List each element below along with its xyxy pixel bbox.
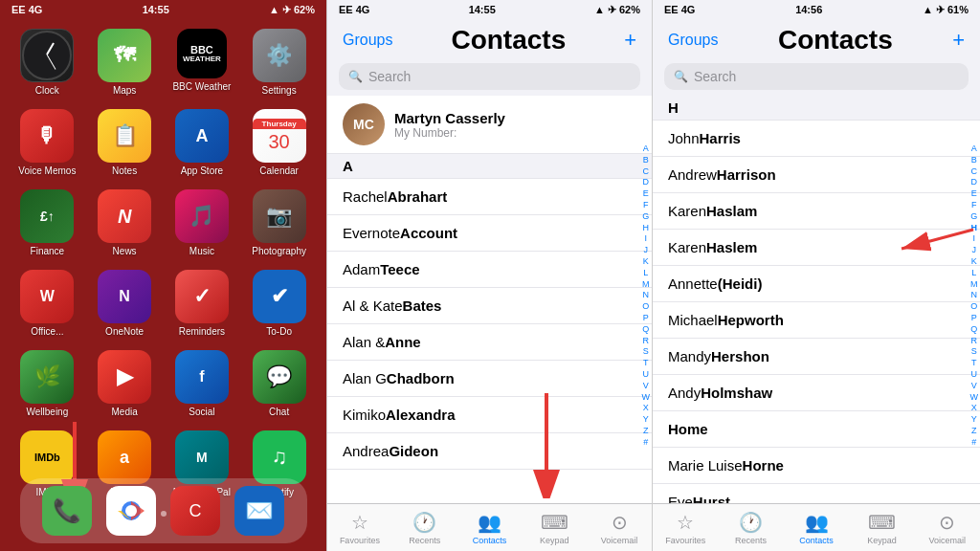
app-office[interactable]: W Office... <box>15 270 79 337</box>
dock-phone[interactable]: 📞 <box>42 486 92 536</box>
finance-icon: £↑ <box>20 189 74 243</box>
app-clock[interactable]: Clock <box>15 29 79 96</box>
tab-favourites-3[interactable]: ☆ Favourites <box>653 511 718 545</box>
app-todo[interactable]: ✔ To-Do <box>247 270 311 337</box>
media-icon: ▶ <box>98 350 151 404</box>
keypad-icon: ⌨ <box>541 511 568 534</box>
contact-chadborn[interactable]: Alan G Chadborn <box>327 361 652 397</box>
search-bar-search[interactable]: 🔍 Search <box>664 63 969 90</box>
app-reminders[interactable]: ✓ Reminders <box>170 270 234 337</box>
app-calendar[interactable]: Thursday 30 Calendar <box>247 109 311 176</box>
tab-favourites-label: Favourites <box>340 536 380 545</box>
photo-icon: 📷 <box>253 189 306 243</box>
tab-contacts-label: Contacts <box>473 536 507 545</box>
contact-hepworth[interactable]: Michael Hepworth <box>653 302 980 339</box>
my-number-row[interactable]: MC Martyn Casserly My Number: <box>327 96 652 154</box>
news-icon: N <box>98 189 151 243</box>
index-bar-contacts[interactable]: A B C D E F G H I J K L M N O P Q R S T <box>642 143 651 448</box>
status-bar-search: EE 4G 14:56 ▲ ✈ 61% <box>653 0 980 19</box>
app-reminders-label: Reminders <box>179 326 225 337</box>
add-contact-button[interactable]: + <box>624 28 636 53</box>
star-icon-3: ☆ <box>677 511 694 534</box>
time-home: 14:55 <box>143 4 169 15</box>
app-bbc[interactable]: BBC WEATHER BBC Weather <box>170 29 234 96</box>
search-bar-contacts[interactable]: 🔍 Search <box>339 63 640 90</box>
add-contact-search-button[interactable]: + <box>952 28 965 53</box>
tab-bar-search: ☆ Favourites 🕐 Recents 👥 Contacts ⌨ Keyp… <box>653 503 980 551</box>
dock-castro[interactable]: C <box>170 486 220 536</box>
contact-harrison[interactable]: Andrew Harrison <box>653 157 980 193</box>
clock-icon <box>20 29 74 82</box>
contact-haslem[interactable]: Karen Haslem <box>653 230 980 266</box>
todo-icon: ✔ <box>253 270 306 323</box>
contact-haslam[interactable]: Karen Haslam <box>653 193 980 230</box>
contact-hurst[interactable]: Eve Hurst <box>653 484 980 503</box>
contact-alexandra[interactable]: Kimiko Alexandra <box>327 397 652 433</box>
app-clock-label: Clock <box>35 85 59 96</box>
bbc-icon: BBC WEATHER <box>177 29 227 78</box>
recents-icon: 🕐 <box>412 511 436 534</box>
contacts-list: MC Martyn Casserly My Number: A Rachel A… <box>327 96 652 503</box>
groups-link[interactable]: Groups <box>343 32 392 49</box>
app-finance[interactable]: £↑ Finance <box>15 189 79 256</box>
index-bar-search[interactable]: A B C D E F G H I J K L M N O P Q R S T … <box>970 143 979 448</box>
contact-horne[interactable]: Marie Luise Horne <box>653 448 980 484</box>
contact-holmshaw[interactable]: Andy Holmshaw <box>653 375 980 411</box>
dock-chrome[interactable] <box>106 486 156 536</box>
time-contacts: 14:55 <box>469 4 496 15</box>
voice-icon: 🎙 <box>20 109 74 163</box>
contact-gideon[interactable]: Andrea Gideon <box>327 433 652 470</box>
keypad-icon-3: ⌨ <box>868 511 896 534</box>
contact-abrahart[interactable]: Rachel Abrahart <box>327 179 652 215</box>
tab-keypad-label: Keypad <box>540 536 569 545</box>
settings-icon: ⚙️ <box>253 29 306 82</box>
tab-voicemail[interactable]: ⊙ Voicemail <box>587 511 652 545</box>
tab-contacts[interactable]: 👥 Contacts <box>457 511 523 545</box>
groups-link-search[interactable]: Groups <box>668 32 718 49</box>
app-settings[interactable]: ⚙️ Settings <box>247 29 311 96</box>
wellbeing-icon: 🌿 <box>20 350 74 404</box>
music-icon: 🎵 <box>175 189 229 243</box>
dock-mail[interactable]: ✉️ <box>234 486 284 536</box>
contacts-list-screen: EE 4G 14:55 ▲ ✈ 62% Groups Contacts + 🔍 … <box>326 0 653 551</box>
app-finance-label: Finance <box>31 246 65 256</box>
app-music[interactable]: 🎵 Music <box>170 189 234 256</box>
tab-voicemail-3[interactable]: ⊙ Voicemail <box>915 511 980 545</box>
contact-hershon[interactable]: Mandy Hershon <box>653 339 980 375</box>
tab-recents-label-3: Recents <box>735 536 767 545</box>
tab-recents-3[interactable]: 🕐 Recents <box>718 511 783 545</box>
app-notes[interactable]: 📋 Notes <box>93 109 157 176</box>
contact-harris[interactable]: John Harris <box>653 121 980 157</box>
tab-keypad[interactable]: ⌨ Keypad <box>522 511 587 545</box>
section-h-header: H <box>653 96 980 121</box>
tab-favourites[interactable]: ☆ Favourites <box>327 511 392 545</box>
tab-recents[interactable]: 🕐 Recents <box>392 511 457 545</box>
app-onenote[interactable]: N OneNote <box>93 270 157 337</box>
social-icon: f <box>175 350 229 404</box>
app-social-label: Social <box>189 407 214 417</box>
contacts-list-h: H John Harris Andrew Harrison Karen Hasl… <box>653 96 980 503</box>
app-photo[interactable]: 📷 Photography <box>247 189 311 256</box>
tab-keypad-3[interactable]: ⌨ Keypad <box>849 511 914 545</box>
tab-recents-label: Recents <box>409 536 440 545</box>
app-wellbeing[interactable]: 🌿 Wellbeing <box>15 350 79 417</box>
app-chat[interactable]: 💬 Chat <box>247 350 311 417</box>
contact-account[interactable]: Evernote Account <box>327 215 652 252</box>
app-social[interactable]: f Social <box>170 350 234 417</box>
home-screen: EE 4G 14:55 ▲ ✈ 62% Clock 🗺 Maps BBC WEA… <box>0 0 326 551</box>
contact-teece[interactable]: Adam Teece <box>327 252 652 288</box>
app-appstore[interactable]: A App Store <box>170 109 234 176</box>
contacts-search-panel: EE 4G 14:56 ▲ ✈ 61% Groups Contacts + 🔍 … <box>653 0 980 551</box>
contact-home[interactable]: Home <box>653 411 980 448</box>
calendar-icon: Thursday 30 <box>253 109 306 163</box>
search-icon-2: 🔍 <box>674 70 688 83</box>
contact-anne[interactable]: Alan & Anne <box>327 324 652 361</box>
app-news[interactable]: N News <box>93 189 157 256</box>
contact-bates[interactable]: Al & Kate Bates <box>327 288 652 324</box>
contact-heidi[interactable]: Annette (Heidi) <box>653 266 980 302</box>
app-voice[interactable]: 🎙 Voice Memos <box>15 109 79 176</box>
tab-contacts-3[interactable]: 👥 Contacts <box>784 511 849 545</box>
contacts-header-search: Groups Contacts + <box>653 19 980 59</box>
app-maps[interactable]: 🗺 Maps <box>93 29 157 96</box>
app-media[interactable]: ▶ Media <box>93 350 157 417</box>
